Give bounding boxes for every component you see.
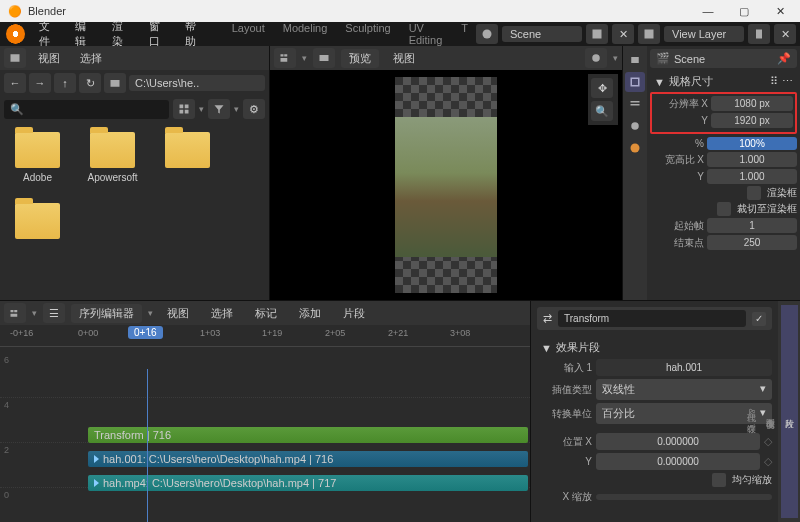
effect-section[interactable]: ▼ 效果片段 — [537, 336, 772, 359]
scene-name-field[interactable]: Scene — [502, 26, 582, 42]
browse-scene-button[interactable] — [476, 24, 498, 44]
seq-menu-add[interactable]: 添加 — [291, 306, 329, 321]
aspect-y-input[interactable]: 1.000 — [707, 169, 797, 184]
props-tab-viewlayer[interactable] — [625, 94, 645, 114]
nav-up-button[interactable]: ↑ — [54, 73, 76, 93]
strip-name-input[interactable]: Transform — [558, 310, 746, 327]
resolution-y-input[interactable]: 1920 px — [711, 113, 793, 128]
search-icon: 🔍 — [10, 103, 24, 116]
overlay-button[interactable] — [585, 48, 607, 68]
strip-transform[interactable]: Transform | 716 — [88, 427, 528, 443]
svg-rect-9 — [185, 110, 189, 114]
svg-rect-6 — [180, 105, 184, 109]
scene-name[interactable]: Scene — [674, 53, 705, 65]
filter-button[interactable] — [208, 99, 230, 119]
pin-icon[interactable]: 📌 — [777, 52, 791, 65]
timeline-ruler[interactable]: -0+16 0+00 0+16 1+03 1+19 2+05 2+21 3+08 — [0, 325, 530, 347]
menu-edit[interactable]: 编辑 — [67, 19, 104, 49]
menu-render[interactable]: 渲染 — [104, 19, 141, 49]
preview-viewport[interactable]: ✥ 🔍 — [270, 70, 622, 300]
aspect-x-input[interactable]: 1.000 — [707, 152, 797, 167]
seq-menu-select[interactable]: 选择 — [203, 306, 241, 321]
props-tab-scene[interactable] — [625, 116, 645, 136]
svg-point-20 — [631, 144, 640, 153]
render-region-checkbox[interactable] — [747, 186, 761, 200]
viewlayer-field[interactable]: View Layer — [664, 26, 744, 42]
svg-rect-13 — [320, 55, 329, 61]
strip-type-icon[interactable]: ⇄ — [543, 312, 552, 325]
new-viewlayer-button[interactable] — [748, 24, 770, 44]
resolution-percent[interactable]: 100% — [707, 137, 797, 150]
zoom-icon[interactable]: 🔍 — [591, 101, 613, 121]
new-scene-button[interactable] — [586, 24, 608, 44]
fb-menu-select[interactable]: 选择 — [72, 51, 110, 66]
pan-icon[interactable]: ✥ — [591, 78, 613, 98]
delete-scene-button[interactable]: ✕ — [612, 24, 634, 44]
resolution-highlight: 分辨率 X 1080 px Y 1920 px — [650, 92, 797, 134]
strip-movie[interactable]: hah.mp4: C:\Users\hero\Desktop\hah.mp4 |… — [88, 475, 528, 491]
play-icon — [94, 479, 99, 487]
nav-refresh-button[interactable]: ↻ — [79, 73, 101, 93]
frame-start-input[interactable]: 1 — [707, 218, 797, 233]
menu-help[interactable]: 帮助 — [177, 19, 214, 49]
sidebar-tab-modifiers[interactable]: 图像改变 — [762, 305, 779, 518]
menu-window[interactable]: 窗口 — [141, 19, 178, 49]
preview-mode-label[interactable]: 预览 — [341, 49, 379, 68]
seq-editor-label[interactable]: 序列编辑器 — [71, 304, 142, 323]
seq-editor-type[interactable] — [4, 303, 26, 323]
file-list[interactable]: Adobe Apowersoft — [0, 122, 269, 300]
disclosure-icon: ▼ — [541, 342, 552, 354]
preview-editor-type[interactable] — [274, 48, 296, 68]
svg-rect-18 — [631, 104, 640, 106]
list-icon[interactable]: ⠿ — [770, 75, 778, 88]
search-input[interactable]: 🔍 — [4, 100, 169, 119]
crop-region-checkbox[interactable] — [717, 202, 731, 216]
path-input[interactable]: C:\Users\he.. — [129, 75, 265, 91]
sidebar-tab-proxy[interactable]: 代理 & 缓存 — [743, 305, 760, 518]
playhead-indicator[interactable]: 0+16 — [128, 326, 163, 339]
sidebar-tab-strip[interactable]: 片段 — [781, 305, 798, 518]
close-button[interactable]: ✕ — [762, 0, 798, 22]
browse-viewlayer-button[interactable] — [638, 24, 660, 44]
scene-icon: 🎬 — [656, 52, 670, 65]
preview-view-menu[interactable]: 视图 — [385, 51, 423, 66]
preview-mode-button[interactable] — [313, 48, 335, 68]
nav-forward-button[interactable]: → — [29, 73, 51, 93]
props-tab-world[interactable] — [625, 138, 645, 158]
fb-menu-view[interactable]: 视图 — [30, 51, 68, 66]
svg-rect-1 — [593, 30, 602, 39]
frame-end-input[interactable]: 250 — [707, 235, 797, 250]
seq-menu-view[interactable]: 视图 — [159, 306, 197, 321]
section-dimensions[interactable]: ▼ 规格尺寸 ⠿ ⋯ — [650, 71, 797, 92]
strip-movie[interactable]: hah.001: C:\Users\hero\Desktop\hah.mp4 |… — [88, 451, 528, 467]
svg-rect-23 — [11, 314, 18, 317]
settings-button[interactable]: ⚙ — [243, 99, 265, 119]
menu-file[interactable]: 文件 — [31, 19, 68, 49]
seq-display-button[interactable]: ☰ — [43, 303, 65, 323]
position-y-input[interactable]: 0.000000 — [596, 453, 760, 470]
blender-logo-icon[interactable] — [6, 24, 25, 44]
display-mode-button[interactable] — [173, 99, 195, 119]
folder-item[interactable]: Adobe — [10, 132, 65, 183]
props-tab-output[interactable] — [625, 72, 645, 92]
folder-icon — [165, 132, 210, 168]
topbar: 文件 编辑 渲染 窗口 帮助 Layout Modeling Sculpting… — [0, 22, 800, 46]
seq-menu-strip[interactable]: 片段 — [335, 306, 373, 321]
maximize-button[interactable]: ▢ — [726, 0, 762, 22]
options-icon[interactable]: ⋯ — [782, 75, 793, 88]
folder-item[interactable] — [10, 203, 65, 239]
props-tab-render[interactable] — [625, 50, 645, 70]
folder-item[interactable]: Apowersoft — [85, 132, 140, 183]
resolution-x-input[interactable]: 1080 px — [711, 96, 793, 111]
playhead-line[interactable] — [147, 369, 148, 522]
editor-type-button[interactable] — [4, 48, 26, 68]
uniform-scale-checkbox[interactable] — [712, 473, 726, 487]
minimize-button[interactable]: — — [690, 0, 726, 22]
seq-menu-marker[interactable]: 标记 — [247, 306, 285, 321]
nav-back-button[interactable]: ← — [4, 73, 26, 93]
sequencer-tracks[interactable]: 6 4 2 0 Transform | 716 hah.001: C:\User… — [0, 347, 530, 522]
folder-item[interactable] — [160, 132, 215, 183]
position-x-input[interactable]: 0.000000 — [596, 433, 760, 450]
delete-viewlayer-button[interactable]: ✕ — [774, 24, 796, 44]
nav-newfolder-button[interactable] — [104, 73, 126, 93]
